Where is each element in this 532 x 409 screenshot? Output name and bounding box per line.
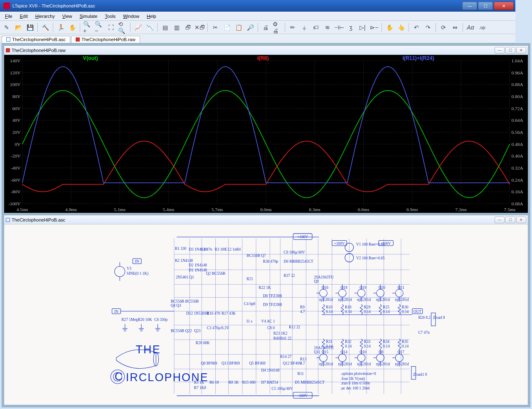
mdi-maximize-button[interactable]: ☐: [505, 47, 515, 54]
close-all-icon[interactable]: ✕🗗: [195, 22, 205, 32]
svg-text:C: C: [115, 370, 124, 383]
svg-text:-60V: -60V: [11, 177, 20, 182]
svg-text:0.24A: 0.24A: [512, 177, 515, 182]
svg-text:0.14: 0.14: [364, 344, 371, 348]
zoom-in-icon[interactable]: 🔍+: [83, 22, 93, 32]
svg-text:R17 43K: R17 43K: [222, 311, 236, 315]
diode-icon[interactable]: ▷|: [357, 22, 367, 32]
resistor-icon[interactable]: ≋: [323, 22, 332, 32]
menu-window[interactable]: Window: [120, 13, 143, 20]
tab-raw[interactable]: TheCirclophoneHiPoB.raw: [71, 36, 140, 43]
open-icon[interactable]: 📂: [13, 22, 23, 32]
tile-v-icon[interactable]: ▥: [172, 22, 182, 32]
zoom-back-icon[interactable]: ⟲🔍: [118, 22, 128, 32]
menu-help[interactable]: Help: [143, 13, 160, 20]
print-setup-icon[interactable]: ⚙🖨: [272, 22, 282, 32]
maximize-button[interactable]: ☐: [478, 2, 493, 10]
mdi-minimize-button[interactable]: —: [495, 217, 505, 223]
svg-text:SINE(0 1 1K): SINE(0 1 1K): [127, 272, 148, 276]
svg-text:2SA1943TU: 2SA1943TU: [314, 275, 334, 279]
mirror-icon[interactable]: ⇔: [450, 22, 460, 32]
svg-text:R12 22: R12 22: [289, 325, 300, 329]
save-icon[interactable]: 💾: [25, 22, 35, 32]
menu-tools[interactable]: Tools: [101, 13, 119, 20]
text-icon[interactable]: Aα: [466, 22, 475, 32]
svg-text:0.14: 0.14: [402, 310, 409, 314]
waveform-titlebar[interactable]: TheCirclophoneHiPoB.raw — ☐ ✕: [4, 46, 515, 55]
autorange-icon[interactable]: 📈: [133, 22, 143, 32]
drag-icon[interactable]: 👆: [396, 22, 406, 32]
cascade-icon[interactable]: 🗗: [183, 22, 193, 32]
minimize-button[interactable]: —: [462, 2, 477, 10]
svg-rect-0: [4, 55, 515, 213]
svg-text:D4 1N4148: D4 1N4148: [261, 368, 280, 372]
wire-icon[interactable]: ✏: [288, 22, 298, 32]
run-icon[interactable]: 🏃: [56, 22, 66, 32]
stop-icon[interactable]: ✋: [67, 22, 77, 32]
hammer-icon[interactable]: 🔨: [40, 22, 50, 32]
svg-text:R7 1K8: R7 1K8: [194, 386, 207, 390]
spice-directive-icon[interactable]: .op: [477, 22, 487, 32]
svg-text:Q16: Q16: [322, 286, 328, 290]
svg-text:-40V: -40V: [11, 165, 20, 170]
svg-text:Zload1 8: Zload1 8: [413, 372, 427, 377]
move-icon[interactable]: ✋: [384, 22, 394, 32]
copy-icon[interactable]: 📄: [222, 22, 232, 32]
print-icon[interactable]: 🖨: [261, 22, 271, 32]
svg-text:IN: IN: [135, 259, 139, 264]
svg-text:Q17: Q17: [398, 350, 404, 354]
inductor-icon[interactable]: ʒ: [346, 22, 356, 32]
undo-icon[interactable]: ↶: [411, 22, 421, 32]
svg-text:Q13 BF869: Q13 BF869: [222, 361, 240, 365]
menubar: File Edit Hierarchy View Simulate Tools …: [0, 12, 515, 21]
zoom-out-icon[interactable]: 🔍−: [94, 22, 104, 32]
schematic-canvas[interactable]: +100V-100VV3SINE(0 1 1K)INV1 100 Rser=0.…: [4, 224, 515, 395]
tab-asc[interactable]: TheCirclophoneHiPoB.asc: [2, 36, 70, 43]
tile-h-icon[interactable]: ▤: [160, 22, 170, 32]
close-button[interactable]: ✕: [494, 2, 514, 10]
capacitor-icon[interactable]: ⊣⊢: [334, 22, 344, 32]
svg-text:V(out): V(out): [83, 55, 98, 61]
file-tabbar: TheCirclophoneHiPoB.asc TheCirclophoneHi…: [0, 34, 515, 43]
mdi-maximize-button[interactable]: ☐: [505, 217, 515, 223]
new-schematic-icon[interactable]: ✎: [2, 22, 12, 32]
svg-text:C7 47n: C7 47n: [418, 330, 430, 335]
menu-view[interactable]: View: [59, 13, 76, 20]
svg-text:.options plotwinsize=0: .options plotwinsize=0: [341, 372, 376, 376]
schematic-titlebar[interactable]: TheCirclophoneHiPoB.asc — ☐ ✕: [4, 215, 515, 224]
rotate-icon[interactable]: ⟳: [438, 22, 448, 32]
svg-text:R11: R11: [298, 372, 304, 376]
ground-icon[interactable]: ⏚: [299, 22, 309, 32]
svg-text:0.72A: 0.72A: [512, 106, 515, 111]
menu-edit[interactable]: Edit: [17, 13, 31, 20]
redo-icon[interactable]: ↷: [423, 22, 433, 32]
label-icon[interactable]: 🏷: [311, 22, 321, 32]
svg-text:5.1ms: 5.1ms: [114, 207, 126, 212]
svg-text:R23 1K2: R23 1K2: [273, 331, 288, 335]
svg-text:njl5281d: njl5281d: [319, 298, 333, 302]
svg-text:njl5281d: njl5281d: [357, 298, 371, 302]
mdi-minimize-button[interactable]: —: [495, 47, 505, 54]
component-icon[interactable]: ⊳−: [369, 22, 379, 32]
svg-text:0.96A: 0.96A: [512, 70, 515, 75]
menu-file[interactable]: File: [2, 13, 16, 20]
svg-text:Q19: Q19: [360, 286, 366, 290]
menu-hierarchy[interactable]: Hierarchy: [32, 13, 58, 20]
zoom-fit-icon[interactable]: ⛶: [106, 22, 116, 32]
svg-text:D9 TFZ39B: D9 TFZ39B: [263, 303, 282, 307]
svg-text:.four 1K V(out): .four 1K V(out): [341, 377, 365, 381]
schematic-window: TheCirclophoneHiPoB.asc — ☐ ✕ +100V-100V…: [4, 215, 515, 395]
svg-text:R35: R35: [402, 340, 409, 344]
svg-text:D12 1N5369B: D12 1N5369B: [186, 311, 209, 315]
svg-text:+100V: +100V: [297, 235, 308, 239]
menu-simulate[interactable]: Simulate: [76, 13, 101, 20]
find-icon[interactable]: 🔎: [245, 22, 255, 32]
svg-text:njl5281d: njl5281d: [338, 298, 352, 302]
pick-visible-icon[interactable]: 📉: [145, 22, 155, 32]
cut-icon[interactable]: ✂: [210, 22, 220, 32]
paste-icon[interactable]: 📋: [234, 22, 244, 32]
waveform-plot[interactable]: 140V120V100V80V60V40V20V0V-20V-40V-60V-8…: [4, 55, 515, 213]
svg-text:6.0ms: 6.0ms: [260, 207, 272, 212]
svg-text:R18: R18: [345, 305, 352, 309]
mdi-workarea: TheCirclophoneHiPoB.raw — ☐ ✕ 140V120V10…: [2, 43, 515, 395]
